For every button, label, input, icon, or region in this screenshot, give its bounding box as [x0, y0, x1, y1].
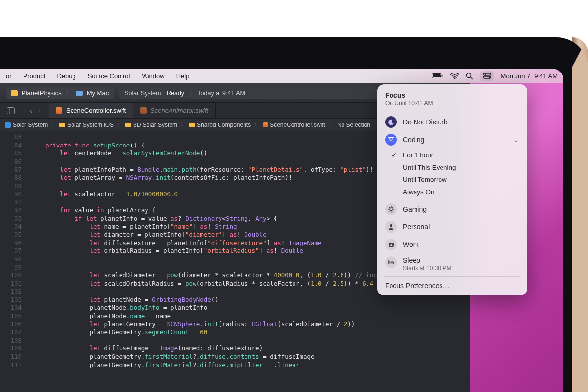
editor-layout-icon[interactable]: [0, 103, 22, 118]
focus-mode-sleep[interactable]: Sleep Starts at 10:30 PM: [377, 253, 527, 275]
menu-item[interactable]: or: [5, 72, 13, 81]
svg-point-25: [390, 224, 392, 227]
duration-label: For 1 hour: [403, 151, 433, 159]
duration-label: Always On: [403, 188, 435, 196]
focus-duration-option[interactable]: Until Tomorrow: [403, 173, 527, 186]
focus-mode-subtitle: Starts at 10:30 PM: [403, 265, 519, 271]
chevron-right-icon: 〉: [66, 89, 72, 98]
svg-point-9: [488, 77, 489, 78]
focus-mode-dnd[interactable]: Do Not Disturb: [377, 113, 527, 131]
breadcrumb-item[interactable]: 3D Solar System: [133, 122, 177, 128]
focus-duration-option[interactable]: Until This Evening: [403, 161, 527, 173]
person-icon: [385, 221, 397, 233]
folder-icon: [125, 122, 131, 127]
tab-active[interactable]: SceneController.swift: [49, 103, 133, 118]
focus-mode-label: Gaming: [403, 205, 519, 213]
svg-line-22: [392, 211, 393, 211]
svg-line-5: [470, 77, 472, 79]
svg-rect-1: [433, 74, 441, 77]
scheme-target: My Mac: [87, 89, 109, 97]
svg-point-3: [454, 77, 455, 79]
focus-subtitle: On Until 10:41 AM: [385, 100, 519, 107]
svg-point-27: [391, 244, 392, 245]
menu-bar-apps: or Product Debug Source Control Window H…: [3, 72, 190, 81]
scheme-project: PlanetPhysics: [22, 89, 62, 97]
svg-rect-8: [483, 76, 491, 78]
line-gutter: 8384858687888990919293949596979899100101…: [0, 131, 26, 392]
menu-item[interactable]: Product: [23, 72, 47, 81]
svg-point-32: [389, 261, 390, 262]
focus-mode-label: Do Not Disturb: [403, 118, 519, 126]
focus-mode-work[interactable]: Work: [377, 236, 527, 253]
menu-bar: or Product Debug Source Control Window H…: [0, 69, 564, 83]
focus-popover: Focus On Until 10:41 AM Do Not Disturb C…: [377, 84, 527, 295]
control-center-icon[interactable]: [480, 71, 494, 81]
status-state: Ready: [167, 90, 184, 97]
svg-rect-10: [7, 107, 15, 114]
menu-item[interactable]: Window: [141, 72, 165, 81]
duration-label: Until This Evening: [403, 164, 456, 171]
svg-point-7: [484, 74, 485, 75]
bed-icon: [385, 256, 397, 268]
svg-rect-6: [483, 74, 491, 75]
focus-mode-label: Work: [403, 241, 519, 248]
badge-icon: [385, 239, 397, 250]
svg-line-24: [392, 207, 393, 207]
scheme-selector[interactable]: PlanetPhysics 〉 My Mac: [6, 87, 114, 99]
focus-duration-list: ✓ For 1 hour Until This Evening Until To…: [377, 148, 527, 198]
svg-point-16: [390, 208, 392, 211]
menubar-time[interactable]: 9:41 AM: [534, 73, 558, 80]
focus-duration-option[interactable]: Always On: [403, 186, 527, 198]
status-time: Today at 9:41 AM: [197, 90, 245, 97]
battery-icon[interactable]: [432, 73, 443, 79]
focus-mode-coding[interactable]: Coding ⌄: [377, 131, 527, 148]
svg-rect-12: [388, 138, 394, 142]
focus-mode-label: Sleep: [403, 256, 519, 264]
breadcrumb-item[interactable]: Solar System: [13, 122, 48, 128]
focus-preferences-button[interactable]: Focus Preferences…: [377, 278, 527, 293]
duration-label: Until Tomorrow: [403, 176, 447, 183]
folder-icon: [59, 122, 65, 127]
mac-icon: [76, 91, 83, 96]
breadcrumb-item[interactable]: No Selection: [337, 122, 370, 128]
folder-icon: [189, 122, 195, 127]
chevron-down-icon: ⌄: [514, 136, 519, 144]
forward-button[interactable]: ›: [38, 106, 41, 115]
back-button[interactable]: ‹: [30, 106, 32, 115]
menu-item[interactable]: Debug: [56, 72, 76, 81]
breadcrumb-item[interactable]: Solar System iOS: [67, 122, 114, 128]
tab-inactive[interactable]: SceneAnimator.swift: [133, 103, 216, 118]
tab-label: SceneAnimator.swift: [150, 107, 208, 114]
focus-duration-option[interactable]: ✓ For 1 hour: [403, 148, 527, 161]
screen: or Product Debug Source Control Window H…: [0, 69, 564, 392]
tab-label: SceneController.swift: [66, 107, 126, 114]
focus-mode-label: Coding: [403, 136, 508, 144]
swift-file-icon: [56, 107, 62, 114]
focus-title: Focus: [385, 91, 519, 99]
swift-file-icon: [140, 107, 147, 114]
svg-line-21: [389, 207, 389, 207]
menu-item[interactable]: Help: [175, 72, 191, 81]
moon-icon: [385, 116, 397, 128]
breadcrumb-item[interactable]: Shared Components: [197, 122, 251, 128]
menubar-date[interactable]: Mon Jun 7: [501, 73, 531, 80]
focus-mode-gaming[interactable]: Gaming: [377, 200, 527, 218]
swift-file-icon: [263, 122, 268, 127]
menu-item[interactable]: Source Control: [87, 72, 131, 81]
focus-mode-label: Personal: [403, 223, 519, 231]
breadcrumb-item[interactable]: SceneController.swift: [270, 122, 325, 128]
gear-icon: [385, 203, 397, 215]
svg-line-23: [389, 211, 389, 211]
spotlight-icon[interactable]: [466, 73, 473, 80]
check-icon: ✓: [391, 151, 398, 159]
keyboard-icon: [385, 134, 397, 146]
focus-mode-personal[interactable]: Personal: [377, 218, 527, 236]
status-app: Solar System:: [124, 90, 163, 97]
svg-rect-28: [390, 245, 392, 246]
wifi-icon[interactable]: [450, 73, 459, 79]
folder-icon: [11, 90, 18, 96]
project-icon: [5, 122, 11, 128]
svg-rect-2: [441, 75, 442, 77]
